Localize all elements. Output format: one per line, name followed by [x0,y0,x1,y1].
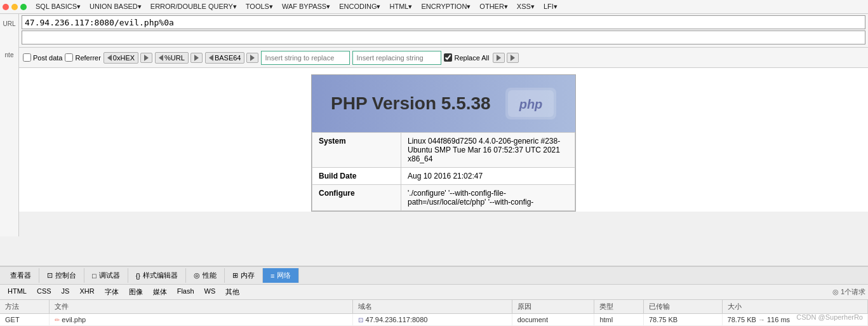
arrow-left-icon-2 [159,55,163,61]
base64-decode-btn[interactable]: BASE64 [205,52,245,64]
subtab-other[interactable]: 其他 [220,286,244,294]
table-cell-key: System [312,133,401,168]
table-row: Configure './configure' '--with-config-f… [312,185,575,211]
console-label: 控制台 [55,271,76,280]
php-info-block: PHP Version 5.5.38 php System Linux 044f… [311,74,576,212]
devtools-main-tabs: 查看器 ⊡ 控制台 □ 调试器 {} 样式编辑器 ◎ 性能 ⊞ 内存 ≡ 网络 [0,267,868,285]
subtab-flash[interactable]: Flash [172,286,199,294]
perf-label: 性能 [203,271,217,280]
tab-inspector[interactable]: 查看器 [3,268,39,283]
menu-html[interactable]: HTML▾ [385,2,416,11]
base64-label: BASE64 [215,54,241,62]
url-encode-item: %URL [155,52,203,64]
menu-sql-basics[interactable]: SQL BASICS▾ [32,2,84,11]
replace-to-input[interactable] [352,51,441,65]
maximize-button[interactable] [20,4,27,10]
subtab-js[interactable]: JS [57,286,75,294]
post-data-item: Post data [23,53,62,62]
style-label: 样式编辑器 [143,271,178,280]
url-label: %URL [164,54,185,62]
url-side-label: URL [0,18,18,30]
subtab-group: HTML CSS JS XHR 字体 图像 媒体 Flash WS 其他 [3,286,244,294]
url-decode-btn[interactable]: %URL [155,52,189,64]
post-data-checkbox[interactable] [23,53,31,62]
table-row: Build Date Aug 10 2016 21:02:47 [312,168,575,185]
post-data-label: Post data [33,54,62,62]
php-header: PHP Version 5.5.38 php [312,75,575,132]
base64-encode-btn[interactable] [246,53,258,63]
request-count: ◎ 1个请求 [832,287,865,294]
subtab-images[interactable]: 图像 [124,286,148,294]
menu-xss[interactable]: XSS▾ [513,2,538,11]
replace-all-label: Replace All [454,54,489,62]
referrer-item: Referrer [65,53,100,62]
menu-union-based[interactable]: UNION BASED▾ [86,2,145,11]
network-label: 网络 [277,271,291,280]
arrow-left-icon [107,55,112,61]
hex-item: 0xHEX 0xHEX [103,52,152,64]
subtab-html[interactable]: HTML [3,286,32,294]
debugger-icon: □ [92,272,97,280]
referrer-checkbox[interactable] [65,53,73,62]
memory-icon: ⊞ [232,271,238,280]
menu-error-double[interactable]: ERROR/DOUBLE QUERY▾ [147,2,241,11]
replace-right-icon-2 [511,55,515,61]
menu-lfi[interactable]: LFI▾ [540,2,561,11]
subtab-ws[interactable]: WS [199,286,221,294]
menu-encryption[interactable]: ENCRYPTION▾ [417,2,474,11]
menu-tools[interactable]: TOOLS▾ [242,2,277,11]
tab-network[interactable]: ≡ 网络 [263,268,299,283]
menu-other[interactable]: OTHER▾ [476,2,512,11]
devtools-subtabs: HTML CSS JS XHR 字体 图像 媒体 Flash WS 其他 ◎ 1… [0,285,868,294]
toolbar-row: Post data Referrer 0xHEX 0xHEX %URL BASE… [19,48,868,68]
hex-encode-btn[interactable]: 0xHEX [140,53,152,63]
debugger-label: 调试器 [99,271,120,280]
note-side-label: nte [0,49,18,61]
main-content: PHP Version 5.5.38 php System Linux 044f… [19,68,868,212]
table-cell-value: Linux 044f869d7250 4.4.0-206-generic #23… [401,133,575,168]
php-table: System Linux 044f869d7250 4.4.0-206-gene… [312,132,575,211]
table-cell-value: Aug 10 2016 21:02:47 [401,168,575,185]
tab-memory[interactable]: ⊞ 内存 [225,268,263,283]
replace-from-input[interactable] [261,51,350,65]
perf-icon: ◎ [194,271,200,280]
arrow-right-icon-2 [194,55,199,61]
style-icon: {} [136,272,140,280]
table-cell-key: Configure [312,185,401,211]
minimize-button[interactable] [11,4,18,10]
subtab-fonts[interactable]: 字体 [100,286,124,294]
inspector-label: 查看器 [10,271,31,280]
tab-debugger[interactable]: □ 调试器 [84,268,128,283]
url-row [22,15,865,29]
url-encode-btn[interactable] [190,53,203,63]
hex-decode-btn[interactable]: 0xHEX [103,52,138,64]
subtab-xhr[interactable]: XHR [74,286,99,294]
subtab-media[interactable]: 媒体 [148,286,172,294]
arrow-right-icon [144,55,149,61]
close-button[interactable] [3,4,9,10]
network-icon: ≡ [270,272,274,280]
menu-waf-bypass[interactable]: WAF BYPASS▾ [278,2,334,11]
table-cell-value: './configure' '--with-config-file-path=/… [401,185,575,211]
tab-performance[interactable]: ◎ 性能 [186,268,225,283]
traffic-lights [3,4,27,10]
url-input[interactable] [22,15,865,29]
hex-label: 0xHEX [113,54,135,62]
tab-style-editor[interactable]: {} 样式编辑器 [128,268,186,283]
reload-icon: ◎ [832,288,839,294]
memory-label: 内存 [241,271,255,280]
replace-all-checkbox[interactable] [444,53,452,62]
console-icon: ⊡ [47,271,53,280]
arrow-right-icon-3 [250,55,255,61]
arrow-left-icon-3 [209,55,213,61]
php-logo: php [505,88,556,119]
replace-forward-btn[interactable] [493,53,505,63]
menu-encoding[interactable]: ENCODING▾ [335,2,384,11]
replace-back-btn[interactable] [507,53,519,63]
base64-item: BASE64 [205,52,259,64]
replace-right-icon [497,55,501,61]
subtab-css[interactable]: CSS [32,286,57,294]
url-input-2[interactable] [22,31,865,44]
tab-console[interactable]: ⊡ 控制台 [39,268,84,283]
php-version-title: PHP Version 5.5.38 [331,93,491,114]
